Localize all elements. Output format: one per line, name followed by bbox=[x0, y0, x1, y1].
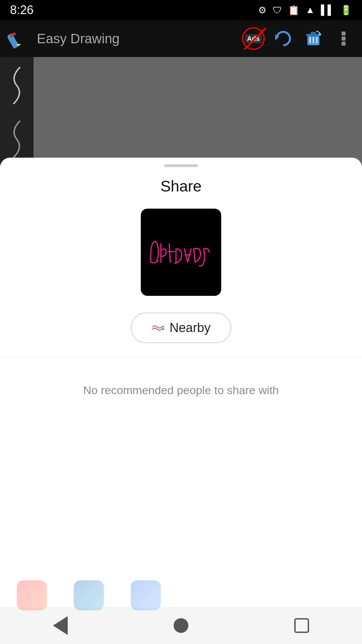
no-people-text: No recommended people to share with bbox=[83, 384, 279, 396]
status-bar: 8:26 ⚙ 🛡 📋 ▲ ▌▌ 🔋 bbox=[0, 0, 362, 20]
clipboard-icon: 📋 bbox=[288, 5, 300, 16]
nearby-icon bbox=[152, 323, 165, 333]
app-shortcut-1 bbox=[17, 580, 47, 610]
no-people-section: No recommended people to share with bbox=[0, 357, 362, 424]
app-shortcut-3 bbox=[131, 580, 161, 610]
canvas-area bbox=[0, 57, 362, 174]
svg-marker-11 bbox=[163, 326, 164, 328]
svg-rect-10 bbox=[342, 42, 346, 46]
battery-icon: 🔋 bbox=[340, 5, 352, 16]
home-button[interactable] bbox=[161, 612, 201, 639]
more-button[interactable] bbox=[332, 27, 355, 50]
svg-marker-12 bbox=[163, 328, 164, 330]
back-button[interactable] bbox=[40, 612, 80, 639]
signal-icon: ▌▌ bbox=[321, 5, 334, 15]
home-icon bbox=[174, 618, 188, 633]
security-icon: 🛡 bbox=[273, 5, 282, 16]
nav-bar bbox=[0, 607, 362, 644]
tool-curve-2[interactable] bbox=[3, 114, 30, 164]
undo-button[interactable] bbox=[272, 27, 295, 50]
recycle-bin-button[interactable] bbox=[302, 27, 325, 50]
svg-rect-9 bbox=[342, 37, 346, 41]
recent-button[interactable] bbox=[282, 612, 322, 639]
wifi-icon: ▲ bbox=[306, 5, 315, 15]
nearby-label: Nearby bbox=[170, 321, 211, 335]
svg-rect-6 bbox=[311, 32, 316, 35]
status-icons: ⚙ 🛡 📋 ▲ ▌▌ 🔋 bbox=[258, 5, 352, 16]
app-title: Easy Drawing bbox=[37, 31, 235, 46]
nearby-button[interactable]: Nearby bbox=[131, 313, 232, 343]
recent-icon bbox=[294, 618, 309, 633]
drawing-preview bbox=[141, 209, 221, 296]
status-time: 8:26 bbox=[10, 3, 34, 17]
app-logo bbox=[7, 27, 30, 50]
tool-sidebar bbox=[0, 57, 34, 174]
sheet-handle bbox=[164, 164, 198, 167]
app-toolbar: Easy Drawing Ads bbox=[0, 20, 362, 57]
back-icon bbox=[53, 616, 68, 635]
svg-rect-8 bbox=[342, 32, 346, 36]
ads-button[interactable]: Ads bbox=[242, 27, 265, 50]
canvas-main[interactable] bbox=[34, 57, 362, 174]
share-title: Share bbox=[0, 177, 362, 195]
app-shortcut-2 bbox=[74, 580, 104, 610]
settings-icon: ⚙ bbox=[258, 5, 266, 16]
share-sheet: Share Nearby bbox=[0, 158, 362, 644]
tool-curve-1[interactable] bbox=[3, 60, 30, 111]
